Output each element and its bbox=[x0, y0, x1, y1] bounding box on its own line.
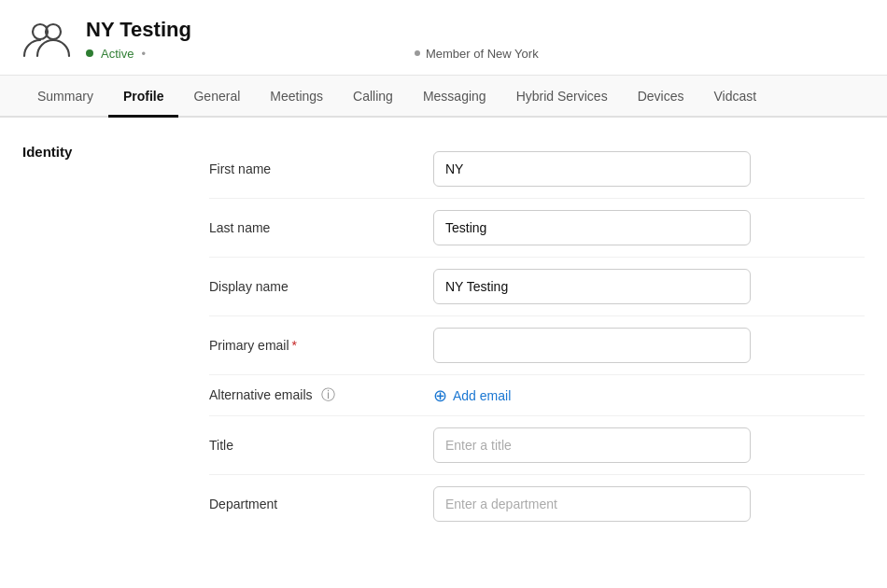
primary-email-row: Primary email* bbox=[209, 316, 865, 375]
member-of-label: Member of New York bbox=[426, 47, 539, 61]
identity-fields: First name Last name Display name Primar… bbox=[209, 140, 865, 533]
last-name-row: Last name bbox=[209, 199, 865, 258]
department-input[interactable] bbox=[433, 486, 751, 522]
status-text: Active bbox=[101, 47, 134, 61]
tabs-bar: Summary Profile General Meetings Calling… bbox=[0, 76, 887, 118]
required-marker: * bbox=[292, 338, 297, 353]
header-info: NY Testing Active • Member of New York bbox=[86, 18, 865, 60]
tab-hybrid-services[interactable]: Hybrid Services bbox=[501, 76, 623, 118]
profile-content: Identity First name Last name Display na… bbox=[0, 118, 887, 555]
tab-devices[interactable]: Devices bbox=[623, 76, 699, 118]
tab-summary[interactable]: Summary bbox=[22, 76, 108, 118]
department-row: Department bbox=[209, 475, 865, 533]
tab-calling[interactable]: Calling bbox=[338, 76, 408, 118]
tab-profile[interactable]: Profile bbox=[108, 76, 179, 118]
info-icon[interactable]: ⓘ bbox=[321, 386, 335, 402]
page-title: NY Testing bbox=[86, 18, 865, 42]
first-name-label: First name bbox=[209, 161, 433, 176]
display-name-row: Display name bbox=[209, 258, 865, 316]
display-name-input[interactable] bbox=[433, 269, 751, 304]
add-email-plus-icon: ⊕ bbox=[433, 387, 447, 404]
header-meta: Active • Member of New York bbox=[86, 47, 865, 61]
primary-email-input[interactable] bbox=[433, 328, 751, 363]
display-name-label: Display name bbox=[209, 279, 433, 294]
status-dot bbox=[86, 49, 93, 57]
add-email-button[interactable]: ⊕ Add email bbox=[433, 387, 511, 404]
primary-email-label: Primary email* bbox=[209, 338, 433, 353]
identity-section-label: Identity bbox=[22, 140, 209, 533]
alternative-emails-label: Alternative emails ⓘ bbox=[209, 386, 433, 404]
title-row: Title bbox=[209, 416, 865, 475]
first-name-row: First name bbox=[209, 140, 865, 199]
alternative-emails-row: Alternative emails ⓘ ⊕ Add email bbox=[209, 375, 865, 416]
title-input[interactable] bbox=[433, 427, 751, 463]
add-email-label: Add email bbox=[453, 388, 511, 403]
tab-vidcast[interactable]: Vidcast bbox=[698, 76, 771, 118]
last-name-input[interactable] bbox=[433, 210, 751, 245]
add-email-container: ⊕ Add email bbox=[433, 387, 865, 404]
last-name-label: Last name bbox=[209, 220, 433, 235]
identity-section: Identity First name Last name Display na… bbox=[0, 140, 887, 533]
meta-separator: • bbox=[141, 47, 146, 61]
tab-messaging[interactable]: Messaging bbox=[408, 76, 501, 118]
title-label: Title bbox=[209, 438, 433, 453]
department-label: Department bbox=[209, 497, 433, 511]
tab-meetings[interactable]: Meetings bbox=[255, 76, 338, 118]
users-icon bbox=[22, 15, 71, 63]
tab-general[interactable]: General bbox=[178, 76, 255, 118]
member-dot bbox=[415, 50, 420, 56]
member-of: Member of New York bbox=[415, 47, 539, 61]
header: NY Testing Active • Member of New York bbox=[0, 0, 887, 76]
first-name-input[interactable] bbox=[433, 151, 751, 187]
